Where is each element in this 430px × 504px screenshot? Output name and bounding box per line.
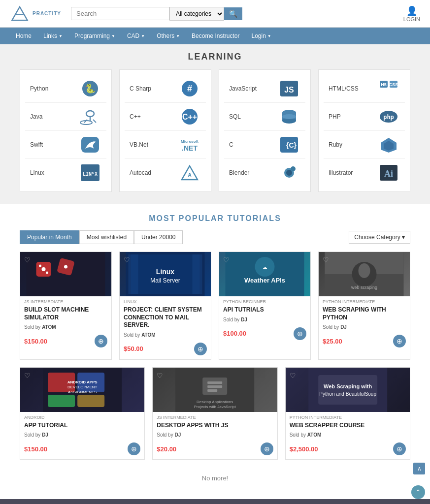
category-csharp[interactable]: C Sharp #: [125, 75, 206, 102]
wishlist-icon[interactable]: ♡: [24, 256, 31, 264]
svg-marker-0: [12, 7, 27, 20]
category-dropdown[interactable]: Choose Category ▾: [349, 231, 410, 244]
category-htmlcss[interactable]: HTML/CSS H5 CSS: [324, 75, 405, 102]
tab-most-wishlisted[interactable]: Most wishlisted: [79, 230, 134, 244]
card-footer: $25.00 ⊕: [319, 333, 410, 351]
category-vbnet[interactable]: VB.Net Microsoft.NET: [125, 131, 206, 158]
category-java[interactable]: Java: [25, 103, 106, 130]
card-title: API TUTRIALS: [219, 305, 310, 316]
card-footer: $50.00 ⊕: [120, 341, 211, 359]
illustrator-icon: Ai: [377, 163, 400, 183]
nav-programming[interactable]: Programming ▼: [68, 28, 121, 44]
nav-cad[interactable]: CAD ▼: [121, 28, 151, 44]
card-title: PROJECT: CLIENT SYSTEM CONNECTION TO MAI…: [120, 305, 211, 331]
sql-icon: [278, 107, 300, 126]
nav-become-instructor[interactable]: Become Instructor: [186, 28, 245, 44]
svg-line-9: [93, 120, 96, 123]
svg-text:Projects with JavaScript: Projects with JavaScript: [194, 405, 236, 409]
card-price: $50.00: [124, 345, 143, 352]
add-to-cart-button[interactable]: ⊕: [128, 442, 140, 455]
no-more-label: No more!: [20, 467, 410, 489]
scroll-top-button[interactable]: ∧: [413, 463, 425, 474]
tab-under-20000[interactable]: Under 20000: [134, 230, 183, 244]
category-sql[interactable]: SQL: [224, 103, 305, 130]
svg-text:Desktop Applications: Desktop Applications: [197, 400, 233, 404]
svg-text:web scraping: web scraping: [351, 285, 377, 290]
card-thumbnail: ANDROID APPS DEVELOPMENT ASSIGNMENTS: [20, 368, 144, 412]
login-area[interactable]: 👤 LOGIN: [403, 5, 420, 22]
svg-text:Web Scraping with: Web Scraping with: [324, 383, 372, 389]
svg-text:☁: ☁: [262, 264, 267, 270]
svg-text:Linux: Linux: [156, 268, 175, 276]
svg-point-27: [282, 114, 296, 119]
wishlist-icon[interactable]: ♡: [290, 372, 296, 379]
card-thumbnail: [20, 252, 111, 296]
htmlcss-icon: H5 CSS: [377, 79, 400, 98]
svg-text:H5: H5: [381, 82, 387, 87]
chevron-down-icon: ▼: [141, 34, 145, 38]
tutorial-card-mail-server: ♡ Linux Mail Server LINUX PROJECT: CLIEN…: [119, 252, 211, 360]
card-seller: Sold by DJ: [153, 431, 277, 441]
card-price: $20.00: [157, 445, 176, 453]
svg-point-45: [42, 267, 46, 271]
nav-others[interactable]: Others ▼: [151, 28, 186, 44]
wishlist-icon[interactable]: ♡: [323, 256, 329, 264]
search-input[interactable]: [71, 7, 169, 20]
card-footer: $2,500.00 ⊕: [286, 441, 410, 459]
category-c[interactable]: C {C}: [224, 131, 305, 158]
category-php[interactable]: PHP php: [324, 103, 405, 130]
card-badge: PYTHON INTERMEDIATE: [286, 412, 410, 421]
category-python[interactable]: Python 🐍: [25, 75, 106, 102]
tutorial-card-slot-machine: ♡ JS INTERMEDIATE BUILD SLOT MACHINE SIM…: [20, 252, 112, 360]
svg-text:ANDROID APPS: ANDROID APPS: [67, 380, 98, 384]
tutorial-card-app-tutorial: ♡ ANDROID APPS DEVELOPMENT ASSIGNMENTS A…: [20, 367, 145, 460]
card-title: BUILD SLOT MACHINE SIMULATOR: [20, 305, 111, 323]
add-to-cart-button[interactable]: ⊕: [393, 442, 406, 455]
search-bar: All categories 🔍: [71, 7, 268, 21]
nav-home[interactable]: Home: [10, 28, 37, 44]
wishlist-icon[interactable]: ♡: [157, 372, 163, 379]
wishlist-icon[interactable]: ♡: [223, 256, 230, 264]
category-illustrator[interactable]: Illustrator Ai: [324, 159, 405, 187]
card-seller: Sold by ATOM: [20, 323, 111, 333]
tutorials-row-1: ♡ JS INTERMEDIATE BUILD SLOT MACHINE SIM…: [20, 252, 410, 360]
svg-text:CSS: CSS: [389, 82, 398, 87]
add-to-cart-button[interactable]: ⊕: [294, 327, 306, 340]
svg-point-47: [46, 272, 48, 274]
chevron-down-icon: ▼: [111, 34, 115, 38]
category-javascript[interactable]: JavaScript JS: [224, 75, 305, 102]
nav-login[interactable]: Login ▼: [245, 28, 277, 44]
svg-text:Microsoft: Microsoft: [181, 139, 198, 144]
search-button[interactable]: 🔍: [224, 7, 242, 20]
svg-text:Python and BeautifulSoup: Python and BeautifulSoup: [319, 391, 376, 397]
blender-icon: [278, 163, 300, 183]
add-to-cart-button[interactable]: ⊕: [194, 343, 207, 355]
nav-links[interactable]: Links ▼: [37, 28, 68, 44]
wishlist-icon[interactable]: ♡: [124, 256, 130, 264]
popular-tutorials-section: MOST POPULAR TUTORIALS Popular in Month …: [0, 204, 430, 499]
scroll-bottom-button[interactable]: ⌃: [411, 485, 425, 499]
javascript-icon: JS: [278, 79, 300, 98]
svg-rect-81: [318, 375, 377, 405]
category-ruby[interactable]: Ruby: [324, 131, 405, 158]
add-to-cart-button[interactable]: ⊕: [95, 335, 107, 347]
tab-popular-month[interactable]: Popular in Month: [20, 230, 79, 244]
logo[interactable]: PRACTITY: [10, 5, 61, 22]
category-linux[interactable]: Linux LINᴷX: [25, 159, 106, 187]
card-seller: Sold by DJ: [20, 431, 144, 441]
category-select[interactable]: All categories: [169, 7, 224, 21]
category-blender[interactable]: Blender: [224, 159, 305, 187]
add-to-cart-button[interactable]: ⊕: [393, 335, 406, 347]
add-to-cart-button[interactable]: ⊕: [261, 442, 273, 455]
card-seller: Sold by ATOM: [120, 331, 211, 341]
wishlist-icon[interactable]: ♡: [24, 372, 31, 379]
category-autocad[interactable]: Autocad A: [125, 159, 206, 187]
category-cpp[interactable]: C++ C++: [125, 103, 206, 130]
categories-grid: Python 🐍 Java Swift Linux: [20, 69, 410, 192]
card-thumbnail: Desktop Applications Projects with JavaS…: [153, 368, 277, 412]
header: PRACTITY All categories 🔍 👤 LOGIN: [0, 0, 430, 28]
svg-point-31: [286, 170, 292, 176]
card-seller: Sold by DJ: [319, 323, 410, 333]
category-swift[interactable]: Swift: [25, 131, 106, 158]
card-thumbnail: ☁ Weather APIs: [219, 252, 310, 296]
